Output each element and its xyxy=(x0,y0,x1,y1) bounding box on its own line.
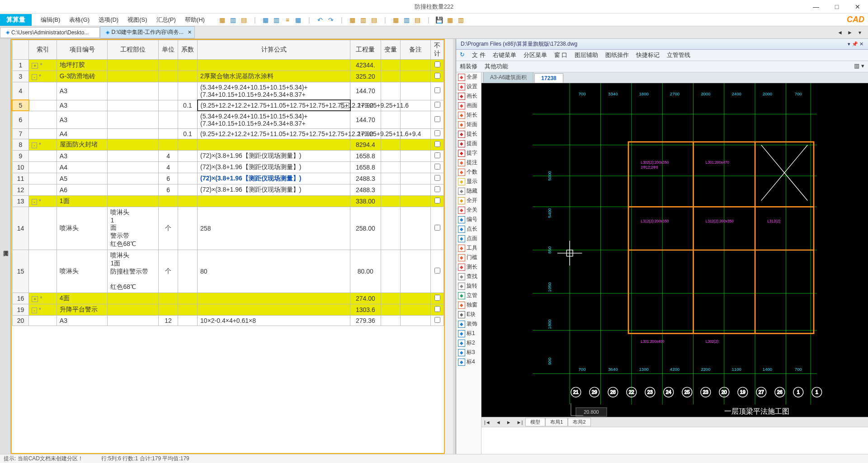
tool-icon[interactable]: ▦ xyxy=(392,16,400,24)
cell[interactable] xyxy=(29,82,57,100)
row-number[interactable]: 7 xyxy=(12,129,29,139)
row-number[interactable]: 13 xyxy=(12,196,29,207)
cell[interactable]: 1面 xyxy=(57,196,108,207)
cell[interactable] xyxy=(400,304,431,316)
cell[interactable] xyxy=(178,162,198,173)
cell[interactable]: 8294.4 xyxy=(350,139,381,151)
cell[interactable]: A3 xyxy=(57,151,108,162)
cad-menu[interactable]: 图层辅助 xyxy=(575,51,598,59)
menu-summary[interactable]: 汇总(P) xyxy=(152,16,180,24)
col-header[interactable]: 单位 xyxy=(159,40,178,60)
cell[interactable] xyxy=(381,293,400,304)
formula-cell[interactable]: (72)×(3.8+1.96【测距仪现场测量】) xyxy=(198,184,350,196)
cell[interactable] xyxy=(178,139,198,151)
formula-cell[interactable] xyxy=(198,304,350,316)
cell[interactable] xyxy=(108,173,159,184)
cad-tool-E块[interactable]: ◆E块 xyxy=(456,310,481,319)
cad-tool-提注[interactable]: ◆提注 xyxy=(456,158,481,167)
cell[interactable] xyxy=(400,151,431,162)
file-tab-active[interactable]: ◈ D:\0建中集团-工作内容\商务... ✕ xyxy=(100,26,194,38)
row-number[interactable]: 11 xyxy=(12,173,29,184)
cell[interactable] xyxy=(178,151,198,162)
cad-tool-矩长[interactable]: ◆矩长 xyxy=(456,110,481,120)
tool-icon[interactable]: ▦ xyxy=(446,16,454,24)
cell[interactable] xyxy=(381,60,400,71)
cell[interactable]: +* xyxy=(29,293,57,304)
tab-next-icon[interactable]: ► xyxy=(845,29,854,36)
cell[interactable] xyxy=(178,82,198,100)
checkbox-cell[interactable] xyxy=(431,293,444,304)
cell[interactable]: -* xyxy=(29,304,57,316)
cad-tool-显示[interactable]: ◆显示 xyxy=(456,177,481,186)
cell[interactable] xyxy=(159,129,178,139)
cell[interactable] xyxy=(400,196,431,207)
col-header[interactable]: 系数 xyxy=(178,40,198,60)
cell[interactable]: 喷淋头1面警示带红色68℃ xyxy=(108,207,159,250)
cell[interactable]: 338.00 xyxy=(350,196,381,207)
checkbox-cell[interactable] xyxy=(431,82,444,100)
cad-tool-点长[interactable]: ◆点长 xyxy=(456,224,481,234)
cad-menu[interactable]: 右键菜单 xyxy=(493,51,516,59)
cad-submenu[interactable]: 精装修 xyxy=(460,62,477,71)
row-number[interactable]: 5 xyxy=(12,100,29,111)
formula-cell[interactable]: (72)×(3.8+1.96【测距仪现场测量】) xyxy=(198,162,350,173)
cell[interactable]: A5 xyxy=(57,173,108,184)
cell[interactable]: 个 xyxy=(159,250,178,293)
tool-icon[interactable]: ▤ xyxy=(414,16,422,24)
cell[interactable] xyxy=(381,162,400,173)
checkbox-cell[interactable] xyxy=(431,250,444,293)
cell[interactable] xyxy=(400,207,431,250)
cell[interactable]: 2488.3 xyxy=(350,173,381,184)
cad-tool-画长[interactable]: ◆画长 xyxy=(456,91,481,101)
col-header[interactable]: 索引 xyxy=(29,40,57,60)
cell[interactable] xyxy=(108,293,159,304)
cad-tool-门槛[interactable]: ◆门槛 xyxy=(456,253,481,262)
cell[interactable] xyxy=(178,60,198,71)
cell[interactable] xyxy=(29,111,57,129)
col-header[interactable]: 变量 xyxy=(381,40,400,60)
cell[interactable]: 80.00 xyxy=(350,250,381,293)
cell[interactable] xyxy=(178,71,198,82)
cell[interactable] xyxy=(178,184,198,196)
cell[interactable] xyxy=(159,111,178,129)
cell[interactable] xyxy=(400,139,431,151)
checkbox-cell[interactable] xyxy=(431,196,444,207)
row-number[interactable]: 14 xyxy=(12,207,29,250)
row-number[interactable]: 10 xyxy=(12,162,29,173)
col-header[interactable]: 项目编号 xyxy=(57,40,108,60)
checkbox-cell[interactable] xyxy=(431,316,444,326)
formula-cell[interactable]: (5.34+9.24+9.24+10.15+10.15+5.34)+(7.34+… xyxy=(198,111,350,129)
cad-tool-工具[interactable]: ◆工具 xyxy=(456,243,481,253)
col-header[interactable]: 工程部位 xyxy=(108,40,159,60)
cad-tool-装饰[interactable]: ◆装饰 xyxy=(456,319,481,329)
formula-cell[interactable]: (9.25+12.2+12.2+12.75+11.05+12.75+12.75+… xyxy=(198,129,350,139)
cell[interactable] xyxy=(29,129,57,139)
close-panel-icon[interactable]: ✕ xyxy=(859,41,863,47)
side-tool-panel[interactable]: 管理工具 xyxy=(0,39,11,454)
checkbox-cell[interactable] xyxy=(431,100,444,111)
cell[interactable]: 升降平台警示 xyxy=(57,304,108,316)
checkbox-cell[interactable] xyxy=(431,173,444,184)
cell[interactable]: 325.20 xyxy=(350,71,381,82)
tool-icon[interactable]: ▤ xyxy=(370,16,378,24)
cad-tool-立管[interactable]: ◆立管 xyxy=(456,291,481,300)
cell[interactable] xyxy=(108,60,159,71)
cell[interactable] xyxy=(381,71,400,82)
col-header[interactable]: 不计 xyxy=(431,40,444,60)
cell[interactable]: 274.00 xyxy=(350,293,381,304)
tab-nav-icon[interactable]: |◄ xyxy=(481,420,493,425)
cell[interactable] xyxy=(108,304,159,316)
cell[interactable] xyxy=(108,316,159,326)
cell[interactable]: 喷淋头1面防撞柱警示带红色68℃ xyxy=(108,250,159,293)
cell[interactable] xyxy=(400,111,431,129)
row-number[interactable]: 9 xyxy=(12,151,29,162)
cell[interactable]: 6 xyxy=(159,184,178,196)
cad-command-area[interactable] xyxy=(481,427,868,454)
formula-cell[interactable] xyxy=(198,196,350,207)
cad-tool-提字[interactable]: ◆提字 xyxy=(456,148,481,158)
cell[interactable]: 屋面防火封堵 xyxy=(57,139,108,151)
row-number[interactable]: 20 xyxy=(12,316,29,326)
checkbox-cell[interactable] xyxy=(431,60,444,71)
tool-icon[interactable]: ▥ xyxy=(403,16,411,24)
cell[interactable]: 4面 xyxy=(57,293,108,304)
